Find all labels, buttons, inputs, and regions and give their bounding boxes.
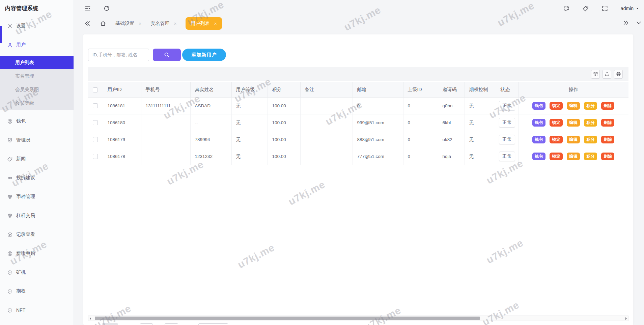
sidebar-subitem-0[interactable]: 用户列表	[0, 56, 74, 69]
sidebar-item-9[interactable]: 新币申购	[0, 244, 74, 263]
cell-user_id: 1086178	[103, 148, 141, 165]
scroll-left-arrow-icon[interactable]	[90, 317, 91, 320]
column-header: 操作	[518, 82, 628, 98]
sidebar-item-1[interactable]: 用户	[0, 35, 74, 54]
cell-option_control: 无	[465, 148, 496, 165]
sidebar-item-4[interactable]: 新闻	[0, 150, 74, 168]
search-icon	[164, 52, 170, 58]
lock-action-button[interactable]: 锁定	[550, 136, 563, 143]
tab-close-icon[interactable]: ×	[214, 21, 217, 26]
tab-0[interactable]: 基础设置×	[115, 17, 141, 30]
collapse-sidebar-icon[interactable]	[84, 5, 91, 12]
sidebar-subitem-1[interactable]: 实名管理	[0, 69, 74, 83]
lock-action-button[interactable]: 锁定	[550, 119, 563, 127]
sidebar-subitem-3[interactable]: 会员等级	[0, 96, 74, 110]
select-all-checkbox[interactable]	[93, 87, 98, 92]
home-icon[interactable]	[100, 20, 106, 27]
delete-action-button[interactable]: 删除	[601, 153, 614, 160]
pagination-button[interactable]	[102, 323, 118, 325]
app-window: 内容管理系统 设置用户用户列表实名管理会员关系图会员等级钱包管理员新闻投拆建议币…	[0, 0, 644, 325]
points-action-button[interactable]: 积分	[584, 119, 597, 127]
tag-icon[interactable]	[582, 5, 589, 12]
row-checkbox[interactable]	[93, 154, 98, 159]
pagination-button[interactable]	[140, 323, 153, 325]
user-table-wrap: 用户ID手机号真实姓名用户等级积分备注邮箱上级ID邀请码期权控制状态操作1086…	[88, 67, 628, 165]
add-user-button[interactable]: 添加新用户	[182, 49, 226, 61]
tab-2[interactable]: 用户列表×	[186, 17, 222, 30]
user-menu[interactable]: admin	[621, 6, 639, 11]
tab-1[interactable]: 实名管理×	[150, 17, 176, 30]
cell-points: 100.00	[268, 131, 300, 148]
sidebar-item-7[interactable]: 杠杆交易	[0, 206, 74, 225]
tabs-dropdown-icon[interactable]	[636, 20, 642, 26]
sidebar-item-2[interactable]: 钱包	[0, 112, 74, 131]
cell-remark	[300, 148, 353, 165]
wallet-action-button[interactable]: 钱包	[532, 119, 545, 127]
delete-action-button[interactable]: 删除	[601, 102, 614, 110]
cell-invite_code: ok82	[438, 131, 465, 148]
delete-action-button[interactable]: 删除	[601, 119, 614, 127]
row-actions: 钱包锁定编辑积分删除	[518, 131, 628, 148]
tab-close-icon[interactable]: ×	[139, 21, 141, 26]
theme-palette-icon[interactable]	[563, 5, 570, 12]
print-icon[interactable]	[614, 70, 623, 79]
row-checkbox[interactable]	[93, 137, 98, 142]
edit-action-button[interactable]: 编辑	[567, 119, 580, 127]
points-action-button[interactable]: 积分	[584, 136, 597, 143]
sidebar-item-12[interactable]: NFT	[0, 301, 74, 320]
sidebar-item-3[interactable]: 管理员	[0, 131, 74, 150]
scrollbar-thumb[interactable]	[95, 317, 480, 320]
sidebar-subitem-2[interactable]: 会员关系图	[0, 83, 74, 96]
wallet-action-button[interactable]: 钱包	[532, 153, 545, 160]
lock-action-button[interactable]: 锁定	[550, 153, 563, 160]
tabs-scroll-right-icon[interactable]	[623, 20, 629, 26]
points-action-button[interactable]: 积分	[584, 102, 597, 110]
column-header: 期权控制	[465, 82, 496, 98]
pagination-button[interactable]	[198, 323, 228, 325]
table-row: 108618113111111111ASDAD无100.0000g0bn无正常钱…	[88, 98, 628, 114]
sidebar-item-0[interactable]: 设置	[0, 17, 74, 35]
lock-action-button[interactable]: 锁定	[550, 102, 563, 110]
cell-real_name: --	[190, 114, 231, 131]
edit-action-button[interactable]: 编辑	[567, 153, 580, 160]
tab-list: 基础设置×实名管理×用户列表×	[115, 17, 231, 30]
horizontal-scrollbar[interactable]	[88, 316, 628, 321]
table-row: 1086179789994无100.00888@51.com0ok82无正常钱包…	[88, 131, 628, 148]
sidebar-item-6[interactable]: 币种管理	[0, 187, 74, 206]
export-icon[interactable]	[603, 70, 611, 79]
wallet-action-button[interactable]: 钱包	[532, 136, 545, 143]
cell-user_id: 1086179	[103, 131, 141, 148]
fullscreen-icon[interactable]	[601, 5, 608, 12]
pagination-button[interactable]	[165, 323, 178, 325]
column-settings-icon[interactable]	[591, 70, 600, 79]
tab-close-icon[interactable]: ×	[174, 21, 176, 26]
table-header-row: 用户ID手机号真实姓名用户等级积分备注邮箱上级ID邀请码期权控制状态操作	[88, 82, 628, 98]
wallet-action-button[interactable]: 钱包	[532, 102, 545, 110]
delete-action-button[interactable]: 删除	[601, 136, 614, 143]
sidebar-item-10[interactable]: 矿机	[0, 263, 74, 282]
sidebar-item-label: 币种管理	[16, 194, 35, 200]
search-button[interactable]	[153, 49, 181, 61]
row-checkbox[interactable]	[93, 103, 98, 108]
row-checkbox[interactable]	[93, 120, 98, 125]
table-row: 1086180--无100.00999@51.com06kbl无正常钱包锁定编辑…	[88, 114, 628, 131]
points-action-button[interactable]: 积分	[584, 153, 597, 160]
scroll-right-arrow-icon[interactable]	[625, 317, 627, 320]
cell-parent_id: 0	[403, 98, 438, 114]
sidebar-item-label: 钱包	[16, 118, 26, 124]
sidebar-item-11[interactable]: 期权	[0, 282, 74, 301]
status-badge: 正常	[499, 118, 515, 128]
cell-email: 777@51.com	[353, 148, 403, 165]
table-toolbar	[88, 67, 628, 82]
tabs-collapse-icon[interactable]	[84, 20, 91, 27]
refresh-icon[interactable]	[103, 5, 110, 12]
search-input[interactable]	[88, 49, 149, 61]
sidebar-item-5[interactable]: 投拆建议	[0, 168, 74, 187]
sidebar-submenu: 用户列表实名管理会员关系图会员等级	[0, 56, 74, 110]
column-header: 积分	[268, 82, 300, 98]
column-header: 上级ID	[403, 82, 438, 98]
sidebar-item-8[interactable]: 记录查看	[0, 225, 74, 244]
edit-action-button[interactable]: 编辑	[567, 136, 580, 143]
cell-option_control: 无	[465, 131, 496, 148]
edit-action-button[interactable]: 编辑	[567, 102, 580, 110]
